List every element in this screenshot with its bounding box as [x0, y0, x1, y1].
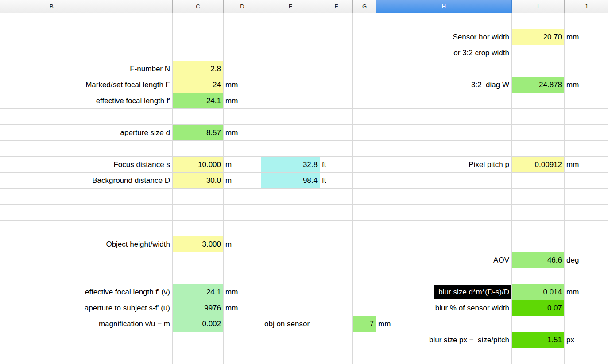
- cell-B10[interactable]: Focus distance s: [0, 157, 173, 173]
- cell-E21[interactable]: [261, 332, 320, 348]
- cell-D8[interactable]: mm: [224, 125, 261, 141]
- cell-J13[interactable]: [565, 205, 608, 221]
- cell-C19[interactable]: 9976: [173, 300, 224, 316]
- column-header-E[interactable]: E: [261, 0, 320, 13]
- cell-C16[interactable]: [173, 252, 224, 268]
- cell-I6[interactable]: [512, 93, 565, 109]
- column-header-J[interactable]: J: [565, 0, 608, 13]
- cell-G22[interactable]: [353, 348, 376, 364]
- cell-G19[interactable]: [353, 300, 376, 316]
- cell-D20[interactable]: [224, 316, 261, 332]
- cell-I16[interactable]: 46.6: [512, 252, 565, 268]
- cell-F8[interactable]: [320, 125, 353, 141]
- cell-F20[interactable]: [320, 316, 353, 332]
- cell-B9[interactable]: [0, 141, 173, 157]
- cell-B21[interactable]: [0, 332, 173, 348]
- cell-D2[interactable]: [224, 29, 261, 45]
- cell-D19[interactable]: mm: [224, 300, 261, 316]
- cell-C10[interactable]: 10.000: [173, 157, 224, 173]
- cell-D13[interactable]: [224, 205, 261, 221]
- column-header-D[interactable]: D: [224, 0, 261, 13]
- cell-J5[interactable]: mm: [565, 77, 608, 93]
- cell-D10[interactable]: m: [224, 157, 261, 173]
- cell-C20[interactable]: 0.002: [173, 316, 224, 332]
- cell-E10[interactable]: 32.8: [261, 157, 320, 173]
- cell-I14[interactable]: [512, 221, 565, 236]
- cell-H11[interactable]: [376, 173, 512, 189]
- cell-J20[interactable]: [565, 316, 608, 332]
- cell-G6[interactable]: [353, 93, 376, 109]
- cell-B8[interactable]: aperture size d: [0, 125, 173, 141]
- cell-D15[interactable]: m: [224, 236, 261, 252]
- cell-H3[interactable]: or 3:2 crop width: [376, 45, 512, 61]
- cell-J4[interactable]: [565, 61, 608, 77]
- cell-C18[interactable]: 24.1: [173, 284, 224, 300]
- cell-D21[interactable]: [224, 332, 261, 348]
- cell-J6[interactable]: [565, 93, 608, 109]
- cell-G4[interactable]: [353, 61, 376, 77]
- cell-D3[interactable]: [224, 45, 261, 61]
- cell-C2[interactable]: [173, 29, 224, 45]
- cell-I8[interactable]: [512, 125, 565, 141]
- cell-H18[interactable]: blur size d*m*(D-s)/D: [376, 284, 512, 300]
- cell-H8[interactable]: [376, 125, 512, 141]
- cell-F7[interactable]: [320, 109, 353, 125]
- cell-C8[interactable]: 8.57: [173, 125, 224, 141]
- cell-C3[interactable]: [173, 45, 224, 61]
- cell-J1[interactable]: [565, 13, 608, 29]
- cell-E7[interactable]: [261, 109, 320, 125]
- cell-C12[interactable]: [173, 189, 224, 205]
- cell-E12[interactable]: [261, 189, 320, 205]
- cell-C14[interactable]: [173, 221, 224, 236]
- cell-I15[interactable]: [512, 236, 565, 252]
- cell-E11[interactable]: 98.4: [261, 173, 320, 189]
- cell-F9[interactable]: [320, 141, 353, 157]
- cell-D11[interactable]: m: [224, 173, 261, 189]
- cell-B13[interactable]: [0, 205, 173, 221]
- cell-I4[interactable]: [512, 61, 565, 77]
- cell-F19[interactable]: [320, 300, 353, 316]
- cell-F3[interactable]: [320, 45, 353, 61]
- cell-J14[interactable]: [565, 221, 608, 236]
- cell-H16[interactable]: AOV: [376, 252, 512, 268]
- cell-G16[interactable]: [353, 252, 376, 268]
- cell-F17[interactable]: [320, 268, 353, 284]
- cell-G20[interactable]: 7: [353, 316, 376, 332]
- cell-I7[interactable]: [512, 109, 565, 125]
- cell-E2[interactable]: [261, 29, 320, 45]
- cell-E13[interactable]: [261, 205, 320, 221]
- cell-J9[interactable]: [565, 141, 608, 157]
- cell-G9[interactable]: [353, 141, 376, 157]
- cell-D16[interactable]: [224, 252, 261, 268]
- cell-G11[interactable]: [353, 173, 376, 189]
- cell-B19[interactable]: aperture to subject s-f' (u): [0, 300, 173, 316]
- cell-B16[interactable]: [0, 252, 173, 268]
- cell-D14[interactable]: [224, 221, 261, 236]
- cell-I9[interactable]: [512, 141, 565, 157]
- cell-I1[interactable]: [512, 13, 565, 29]
- cell-J22[interactable]: [565, 348, 608, 364]
- cell-I19[interactable]: 0.07: [512, 300, 565, 316]
- cell-E19[interactable]: [261, 300, 320, 316]
- cell-G8[interactable]: [353, 125, 376, 141]
- cell-B5[interactable]: Marked/set focal length F: [0, 77, 173, 93]
- cell-H6[interactable]: [376, 93, 512, 109]
- cell-J7[interactable]: [565, 109, 608, 125]
- cell-E14[interactable]: [261, 221, 320, 236]
- cell-D4[interactable]: [224, 61, 261, 77]
- cell-J17[interactable]: [565, 268, 608, 284]
- cell-E17[interactable]: [261, 268, 320, 284]
- cell-F5[interactable]: [320, 77, 353, 93]
- cell-E15[interactable]: [261, 236, 320, 252]
- cell-C11[interactable]: 30.0: [173, 173, 224, 189]
- cell-B17[interactable]: [0, 268, 173, 284]
- cell-H15[interactable]: [376, 236, 512, 252]
- cell-B7[interactable]: [0, 109, 173, 125]
- column-header-F[interactable]: F: [320, 0, 353, 13]
- cell-F22[interactable]: [320, 348, 353, 364]
- cell-G10[interactable]: [353, 157, 376, 173]
- cell-F13[interactable]: [320, 205, 353, 221]
- cell-F6[interactable]: [320, 93, 353, 109]
- cell-J18[interactable]: mm: [565, 284, 608, 300]
- cell-H22[interactable]: [376, 348, 512, 364]
